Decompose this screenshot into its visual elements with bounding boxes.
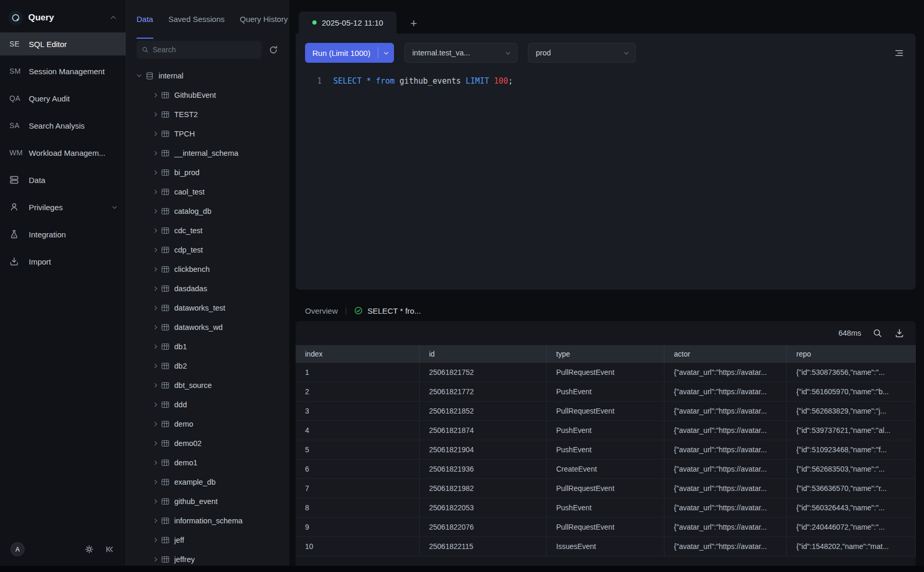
column-header-id[interactable]: id xyxy=(420,345,547,363)
tree-item[interactable]: github_event xyxy=(126,491,289,511)
table-cell[interactable]: 1 xyxy=(296,363,420,382)
sidebar-item-session-management[interactable]: SM Session Management xyxy=(0,60,126,83)
tree-item[interactable]: demo xyxy=(126,414,289,433)
table-cell[interactable]: 25061821982 xyxy=(420,479,547,498)
table-cell[interactable]: PullRequestEvent xyxy=(547,363,664,382)
new-tab-button[interactable]: + xyxy=(410,18,417,29)
table-cell[interactable]: {"avatar_url":"https://avatar... xyxy=(664,421,787,440)
table-cell[interactable]: {"id":240446072,"name":"... xyxy=(787,518,916,537)
table-row[interactable]: 225061821772PushEvent{"avatar_url":"http… xyxy=(296,382,916,402)
bottom-scrollbar-track[interactable] xyxy=(0,566,924,572)
tree-item[interactable]: demo1 xyxy=(126,453,289,472)
table-cell[interactable]: 25061822053 xyxy=(420,498,547,518)
table-cell[interactable]: 25061821874 xyxy=(420,421,547,440)
table-cell[interactable]: 2 xyxy=(296,382,420,402)
sidebar-item-integration[interactable]: Integration xyxy=(0,223,126,246)
chevron-right-icon[interactable] xyxy=(153,383,157,387)
table-cell[interactable]: IssuesEvent xyxy=(547,537,664,556)
tree-item[interactable]: dataworks_test xyxy=(126,298,289,317)
chevron-right-icon[interactable] xyxy=(153,93,157,97)
chevron-down-icon[interactable] xyxy=(112,204,117,208)
table-row[interactable]: 725061821982PullRequestEvent{"avatar_url… xyxy=(296,479,916,498)
chevron-right-icon[interactable] xyxy=(153,441,157,445)
settings-button[interactable] xyxy=(84,544,95,555)
tree-item[interactable]: cdp_test xyxy=(126,240,289,259)
chevron-right-icon[interactable] xyxy=(153,228,157,232)
table-cell[interactable]: PullRequestEvent xyxy=(547,479,664,498)
table-cell[interactable]: PushEvent xyxy=(547,498,664,518)
sidebar-item-search-analysis[interactable]: SA Search Analysis xyxy=(0,114,126,137)
chevron-right-icon[interactable] xyxy=(153,537,157,542)
run-button[interactable]: Run (Limit 1000) xyxy=(305,43,394,63)
table-cell[interactable]: {"avatar_url":"https://avatar... xyxy=(664,363,787,382)
table-cell[interactable]: {"avatar_url":"https://avatar... xyxy=(664,498,787,518)
chevron-right-icon[interactable] xyxy=(153,499,157,503)
table-cell[interactable]: 25061821772 xyxy=(420,382,547,402)
chevron-right-icon[interactable] xyxy=(153,402,157,406)
chevron-down-icon[interactable] xyxy=(137,73,141,77)
refresh-button[interactable] xyxy=(268,44,279,55)
table-cell[interactable]: 25061822076 xyxy=(420,518,547,537)
tree-item[interactable]: caol_test xyxy=(126,182,289,201)
tree-item[interactable]: ddd xyxy=(126,395,289,414)
table-cell[interactable]: 25061821936 xyxy=(420,460,547,479)
chevron-right-icon[interactable] xyxy=(153,286,157,290)
tree-root-internal[interactable]: internal xyxy=(126,66,289,85)
table-cell[interactable]: 4 xyxy=(296,421,420,440)
tree-item[interactable]: clickbench xyxy=(126,259,289,279)
chevron-right-icon[interactable] xyxy=(153,151,157,155)
sidebar-item-privileges[interactable]: Privileges xyxy=(0,196,126,219)
table-cell[interactable]: {"id":530873656,"name":"... xyxy=(787,363,916,382)
tree-item[interactable]: TEST2 xyxy=(126,105,289,124)
table-cell[interactable]: 3 xyxy=(296,402,420,421)
chevron-right-icon[interactable] xyxy=(153,344,157,348)
table-cell[interactable]: {"id":560326443,"name":"... xyxy=(787,498,916,518)
chevron-right-icon[interactable] xyxy=(153,267,157,271)
tree-item[interactable]: db2 xyxy=(126,356,289,375)
table-cell[interactable]: {"avatar_url":"https://avatar... xyxy=(664,537,787,556)
tree-item[interactable]: jeff xyxy=(126,530,289,550)
table-cell[interactable]: 5 xyxy=(296,440,420,460)
table-cell[interactable]: {"id":536636570,"name":"r... xyxy=(787,479,916,498)
table-cell[interactable]: 25061822115 xyxy=(420,537,547,556)
table-cell[interactable]: {"avatar_url":"https://avatar... xyxy=(664,518,787,537)
chevron-up-icon[interactable] xyxy=(111,16,116,21)
tree-item[interactable]: dasdadas xyxy=(126,279,289,298)
table-cell[interactable]: CreateEvent xyxy=(547,460,664,479)
tab-query-result[interactable]: SELECT * fro... xyxy=(354,306,421,315)
table-cell[interactable]: {"id":539737621,"name":"al... xyxy=(787,421,916,440)
environment-select[interactable]: prod xyxy=(528,43,636,63)
chevron-right-icon[interactable] xyxy=(153,421,157,426)
table-cell[interactable]: 7 xyxy=(296,479,420,498)
chevron-right-icon[interactable] xyxy=(153,460,157,464)
table-row[interactable]: 925061822076PullRequestEvent{"avatar_url… xyxy=(296,518,916,537)
column-header-actor[interactable]: actor xyxy=(664,345,787,363)
format-sql-button[interactable] xyxy=(893,47,905,59)
database-select[interactable]: internal.test_va... xyxy=(404,43,517,63)
column-header-index[interactable]: index xyxy=(296,345,420,363)
table-cell[interactable]: {"avatar_url":"https://avatar... xyxy=(664,479,787,498)
tree-item[interactable]: dataworks_wd xyxy=(126,317,289,337)
chevron-right-icon[interactable] xyxy=(153,325,157,329)
table-cell[interactable]: 6 xyxy=(296,460,420,479)
table-cell[interactable]: 25061821852 xyxy=(420,402,547,421)
search-results-button[interactable] xyxy=(872,327,883,339)
column-header-repo[interactable]: repo xyxy=(787,345,916,363)
search-input[interactable] xyxy=(153,45,256,54)
tab-data[interactable]: Data xyxy=(137,0,153,39)
tree-item[interactable]: __internal_schema xyxy=(126,143,289,163)
chevron-right-icon[interactable] xyxy=(153,363,157,368)
chevron-right-icon[interactable] xyxy=(153,170,157,174)
table-row[interactable]: 825061822053PushEvent{"avatar_url":"http… xyxy=(296,498,916,518)
table-cell[interactable]: 25061821904 xyxy=(420,440,547,460)
table-row[interactable]: 1025061822115IssuesEvent{"avatar_url":"h… xyxy=(296,537,916,556)
tree-item[interactable]: GithubEvent xyxy=(126,85,289,105)
tree-item[interactable]: demo02 xyxy=(126,433,289,453)
sidebar-item-sql-editor[interactable]: SE SQL Editor xyxy=(0,32,126,55)
editor-session-tab[interactable]: 2025-05-12 11:10 xyxy=(299,12,397,33)
tree-item[interactable]: information_schema xyxy=(126,511,289,530)
table-row[interactable]: 125061821752PullRequestEvent{"avatar_url… xyxy=(296,363,916,382)
table-row[interactable]: 625061821936CreateEvent{"avatar_url":"ht… xyxy=(296,460,916,479)
sidebar-item-query-audit[interactable]: QA Query Audit xyxy=(0,87,126,110)
chevron-right-icon[interactable] xyxy=(153,189,157,193)
